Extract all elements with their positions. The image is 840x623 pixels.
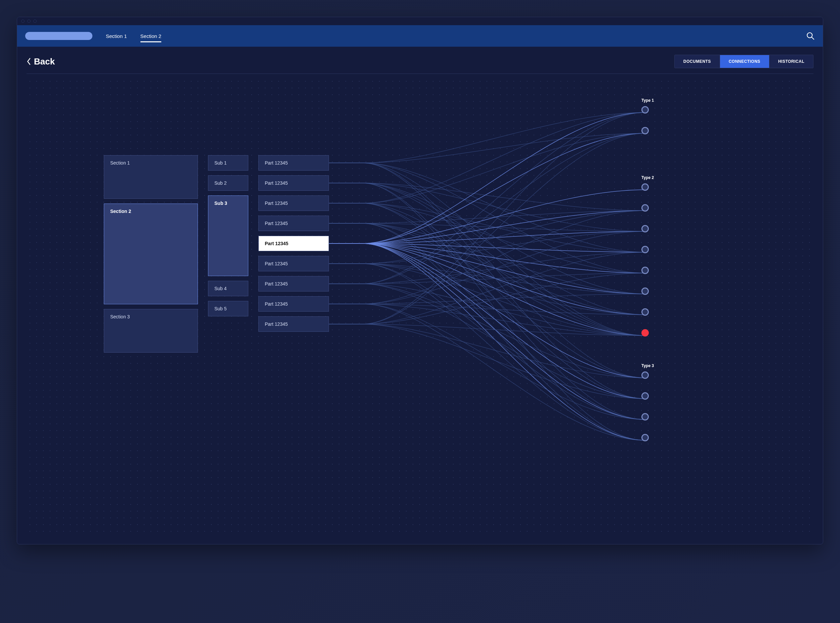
sub-box-2[interactable]: Sub 2 xyxy=(208,175,248,191)
part-box-8[interactable]: Part 12345 xyxy=(258,316,329,332)
node-group-label: Type 2 xyxy=(642,175,654,180)
view-toggle: DOCUMENTS CONNECTIONS HISTORICAL xyxy=(674,55,814,68)
connection-node[interactable] xyxy=(642,329,649,336)
top-bar: Section 1 Section 2 xyxy=(17,25,823,47)
part-box-6[interactable]: Part 12345 xyxy=(258,276,329,292)
connection-node[interactable] xyxy=(642,106,649,114)
node-group-0: Type 1 xyxy=(642,98,654,148)
nav-tab-section-2[interactable]: Section 2 xyxy=(140,26,161,46)
column-parts: Part 12345 Part 12345 Part 12345 Part 12… xyxy=(258,155,329,336)
section-box-3[interactable]: Section 3 xyxy=(104,309,198,353)
connection-node[interactable] xyxy=(642,413,649,420)
tab-historical[interactable]: HISTORICAL xyxy=(769,55,813,68)
connection-node[interactable] xyxy=(642,308,649,316)
node-group-label: Type 1 xyxy=(642,98,654,103)
section-box-2[interactable]: Section 2 xyxy=(104,204,198,304)
tab-connections[interactable]: CONNECTIONS xyxy=(720,55,769,68)
sub-box-3[interactable]: Sub 3 xyxy=(208,195,248,276)
section-box-1[interactable]: Section 1 xyxy=(104,155,198,199)
node-group-1: Type 2 xyxy=(642,175,654,350)
part-box-0[interactable]: Part 12345 xyxy=(258,155,329,170)
sub-box-1[interactable]: Sub 1 xyxy=(208,155,248,170)
back-label: Back xyxy=(34,57,55,67)
connection-node[interactable] xyxy=(642,246,649,253)
nav-tab-section-1[interactable]: Section 1 xyxy=(106,26,127,46)
sub-header: Back DOCUMENTS CONNECTIONS HISTORICAL xyxy=(17,47,823,71)
part-box-2[interactable]: Part 12345 xyxy=(258,195,329,211)
node-group-2: Type 3 xyxy=(642,364,654,455)
column-subs: Sub 1 Sub 2 Sub 3 Sub 4 Sub 5 xyxy=(208,155,248,321)
part-box-5[interactable]: Part 12345 xyxy=(258,256,329,272)
part-box-7[interactable]: Part 12345 xyxy=(258,296,329,312)
svg-line-1 xyxy=(811,37,814,40)
svg-point-0 xyxy=(807,32,812,38)
chevron-left-icon xyxy=(26,58,31,65)
back-button[interactable]: Back xyxy=(26,57,55,67)
tab-documents[interactable]: DOCUMENTS xyxy=(675,55,720,68)
logo-placeholder xyxy=(25,32,92,40)
window-titlebar xyxy=(17,17,823,25)
connection-node[interactable] xyxy=(642,183,649,191)
sub-box-4[interactable]: Sub 4 xyxy=(208,281,248,296)
top-nav-tabs: Section 1 Section 2 xyxy=(106,26,161,46)
column-sections: Section 1 Section 2 Section 3 xyxy=(104,155,198,358)
part-box-3[interactable]: Part 12345 xyxy=(258,216,329,231)
search-icon[interactable] xyxy=(806,32,815,40)
connection-node[interactable] xyxy=(642,267,649,274)
sub-box-5[interactable]: Sub 5 xyxy=(208,301,248,316)
connection-node[interactable] xyxy=(642,371,649,379)
part-box-4-selected[interactable]: Part 12345 xyxy=(258,236,329,251)
graph-canvas[interactable]: Section 1 Section 2 Section 3 Sub 1 Sub … xyxy=(26,78,814,535)
divider xyxy=(26,74,814,74)
window-min-dot[interactable] xyxy=(27,20,31,23)
connection-node[interactable] xyxy=(642,204,649,212)
window-close-dot[interactable] xyxy=(21,20,25,23)
app-window: Section 1 Section 2 Back DOCUMENTS CONNE… xyxy=(17,17,823,545)
connection-node[interactable] xyxy=(642,225,649,232)
connection-node[interactable] xyxy=(642,127,649,134)
node-group-label: Type 3 xyxy=(642,364,654,368)
part-box-1[interactable]: Part 12345 xyxy=(258,175,329,191)
connection-node[interactable] xyxy=(642,392,649,400)
connection-node[interactable] xyxy=(642,434,649,441)
window-max-dot[interactable] xyxy=(33,20,37,23)
connection-node[interactable] xyxy=(642,287,649,295)
